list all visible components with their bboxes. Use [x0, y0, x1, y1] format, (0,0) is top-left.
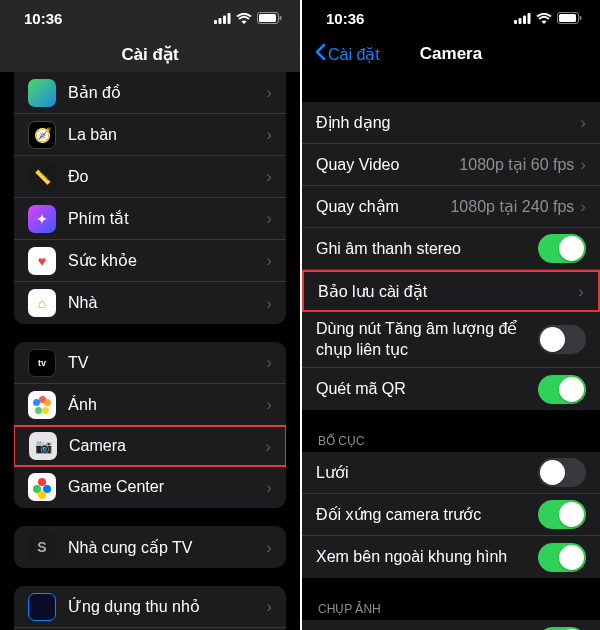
svg-rect-3: [228, 13, 231, 24]
svg-rect-13: [580, 16, 582, 20]
svg-rect-9: [523, 15, 526, 24]
row-label: Bản đồ: [68, 83, 266, 102]
svg-rect-2: [223, 15, 226, 24]
row-label: Bảo lưu cài đặt: [318, 282, 578, 301]
status-time: 10:36: [24, 10, 62, 27]
settings-row[interactable]: Lưới: [302, 452, 600, 494]
chevron-left-icon: [314, 43, 326, 65]
app-icon: 📏: [28, 163, 56, 191]
row-label: Ứng dụng thu nhỏ: [68, 597, 266, 616]
back-label: Cài đặt: [328, 45, 380, 64]
svg-rect-0: [214, 20, 217, 24]
chevron-right-icon: ›: [266, 168, 272, 185]
settings-group: Ứng dụng thu nhỏ›981998 Cam›: [14, 586, 286, 630]
chevron-right-icon: ›: [266, 84, 272, 101]
back-button[interactable]: Cài đặt: [314, 43, 380, 65]
chevron-right-icon: ›: [266, 295, 272, 312]
section-header: CHỤP ẢNH: [302, 596, 600, 620]
chevron-right-icon: ›: [266, 252, 272, 269]
row-detail: 1080p tại 60 fps: [459, 155, 574, 174]
settings-group: tvTV›Ảnh›📷Camera›Game Center›: [14, 342, 286, 508]
battery-icon: [557, 10, 582, 27]
toggle-switch[interactable]: [538, 375, 586, 404]
app-icon: [28, 473, 56, 501]
chevron-right-icon: ›: [266, 598, 272, 615]
svg-rect-6: [280, 16, 282, 20]
app-icon: [28, 391, 56, 419]
settings-row[interactable]: Định dạng›: [302, 102, 600, 144]
row-label: Sức khỏe: [68, 251, 266, 270]
settings-row-la-bàn[interactable]: 🧭La bàn›: [14, 114, 286, 156]
row-label: Phím tắt: [68, 209, 266, 228]
battery-icon: [257, 10, 282, 27]
camera-settings-screen: 10:36 Cài đặt Camera Định dạng›Quay Vide…: [300, 0, 600, 630]
settings-row-ứng-dụng-thu-nhỏ[interactable]: Ứng dụng thu nhỏ›: [14, 586, 286, 628]
app-icon: 📷: [29, 432, 57, 460]
row-label: Nhà: [68, 294, 266, 312]
row-label: Quay chậm: [316, 197, 450, 216]
app-icon: S: [28, 533, 56, 561]
settings-row[interactable]: Phát hiện cảnh: [302, 620, 600, 630]
row-label: Game Center: [68, 478, 266, 496]
chevron-right-icon: ›: [580, 156, 586, 173]
settings-row-đo[interactable]: 📏Đo›: [14, 156, 286, 198]
settings-row[interactable]: Đối xứng camera trước: [302, 494, 600, 536]
row-label: La bàn: [68, 126, 266, 144]
settings-row-ảnh[interactable]: Ảnh›: [14, 384, 286, 426]
svg-rect-5: [259, 14, 276, 22]
settings-row[interactable]: Dùng nút Tăng âm lượng để chụp liên tục: [302, 312, 600, 368]
chevron-right-icon: ›: [266, 126, 272, 143]
settings-row-nhà-cung-cấp-tv[interactable]: SNhà cung cấp TV›: [14, 526, 286, 568]
signal-icon: [514, 10, 531, 27]
settings-row-phím-tắt[interactable]: ✦Phím tắt›: [14, 198, 286, 240]
settings-row-tv[interactable]: tvTV›: [14, 342, 286, 384]
settings-row[interactable]: Quay Video1080p tại 60 fps›: [302, 144, 600, 186]
settings-row[interactable]: Ghi âm thanh stereo: [302, 228, 600, 270]
settings-row-game-center[interactable]: Game Center›: [14, 466, 286, 508]
wifi-icon: [536, 10, 552, 27]
svg-rect-8: [519, 18, 522, 24]
chevron-right-icon: ›: [266, 354, 272, 371]
settings-row[interactable]: Bảo lưu cài đặt›: [302, 270, 600, 312]
toggle-switch[interactable]: [538, 458, 586, 487]
app-icon: ♥: [28, 247, 56, 275]
toggle-switch[interactable]: [538, 500, 586, 529]
toggle-switch[interactable]: [538, 627, 586, 631]
settings-row[interactable]: Xem bên ngoài khung hình: [302, 536, 600, 578]
settings-row-sức-khỏe[interactable]: ♥Sức khỏe›: [14, 240, 286, 282]
settings-group: Bản đồ›🧭La bàn›📏Đo›✦Phím tắt›♥Sức khỏe›⌂…: [14, 72, 286, 324]
settings-row-camera[interactable]: 📷Camera›: [14, 425, 286, 467]
toggle-switch[interactable]: [538, 234, 586, 263]
svg-rect-10: [528, 13, 531, 24]
app-icon: [28, 593, 56, 621]
status-time: 10:36: [326, 10, 364, 27]
row-detail: 1080p tại 240 fps: [450, 197, 574, 216]
chevron-right-icon: ›: [578, 283, 584, 300]
row-label: Quét mã QR: [316, 380, 538, 398]
settings-list[interactable]: Bản đồ›🧭La bàn›📏Đo›✦Phím tắt›♥Sức khỏe›⌂…: [0, 72, 300, 630]
svg-rect-12: [559, 14, 576, 22]
settings-row[interactable]: Quay chậm1080p tại 240 fps›: [302, 186, 600, 228]
wifi-icon: [236, 10, 252, 27]
settings-row-bản-đồ[interactable]: Bản đồ›: [14, 72, 286, 114]
chevron-right-icon: ›: [265, 438, 271, 455]
settings-row[interactable]: Quét mã QR: [302, 368, 600, 410]
signal-icon: [214, 10, 231, 27]
row-label: Quay Video: [316, 156, 459, 174]
row-label: Đối xứng camera trước: [316, 505, 538, 524]
svg-rect-7: [514, 20, 517, 24]
status-indicators: [514, 10, 582, 27]
app-icon: ⌂: [28, 289, 56, 317]
row-label: Ghi âm thanh stereo: [316, 240, 538, 258]
toggle-switch[interactable]: [538, 543, 586, 572]
settings-screen: 10:36 Cài đặt Bản đồ›🧭La bàn›📏Đo›✦Phím t…: [0, 0, 300, 630]
settings-group: SNhà cung cấp TV›: [14, 526, 286, 568]
row-label: Định dạng: [316, 113, 580, 132]
row-label: Camera: [69, 437, 265, 455]
chevron-right-icon: ›: [266, 396, 272, 413]
camera-settings-list[interactable]: Định dạng›Quay Video1080p tại 60 fps›Qua…: [302, 72, 600, 630]
settings-group: Phát hiện cảnh: [302, 620, 600, 630]
settings-row-nhà[interactable]: ⌂Nhà›: [14, 282, 286, 324]
toggle-switch[interactable]: [538, 325, 586, 354]
chevron-right-icon: ›: [266, 210, 272, 227]
